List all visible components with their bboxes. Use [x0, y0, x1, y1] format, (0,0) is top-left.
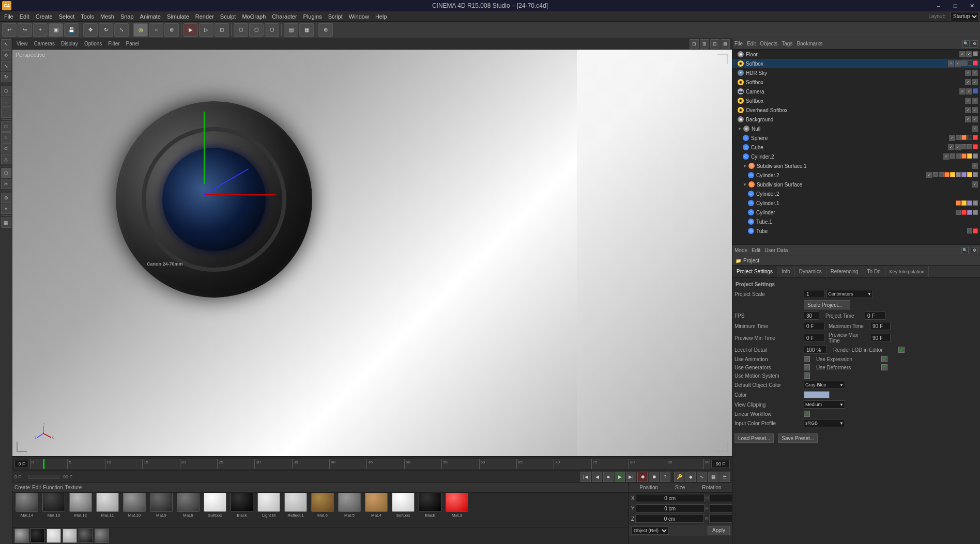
obj-subdiv-2[interactable]: ▼ ⬡ Subdivision Surface ✓: [732, 180, 980, 189]
select-tool-btn[interactable]: ↖: [1, 39, 11, 50]
obj-cylinder[interactable]: ⬭ Cylinder: [732, 208, 980, 217]
play-backward-btn[interactable]: ◀: [592, 472, 602, 482]
world-mode[interactable]: ⊕: [164, 23, 179, 37]
stop-btn[interactable]: ■: [603, 472, 614, 482]
obj-background[interactable]: ▣ Background ✓ ✓: [732, 115, 980, 124]
linear-wf-checkbox[interactable]: [804, 411, 810, 417]
sphere-tool-btn[interactable]: ○: [1, 132, 11, 143]
record-auto-btn[interactable]: ⏺: [649, 472, 659, 482]
mat-small-4[interactable]: [63, 529, 77, 543]
floor-render[interactable]: ✓: [966, 51, 972, 57]
cube-vis[interactable]: ✓: [948, 144, 954, 150]
attr-edit-tab[interactable]: Edit: [752, 247, 760, 253]
poly-tool-btn[interactable]: ⬡: [1, 86, 11, 96]
coords-pos-y[interactable]: [636, 504, 705, 512]
tab-todo[interactable]: To Do: [863, 266, 885, 278]
key-mode-btn[interactable]: ◆: [685, 472, 696, 482]
hs-vis[interactable]: ✓: [965, 70, 971, 76]
c2a-vis[interactable]: ✓: [943, 153, 950, 160]
timeline-start-field[interactable]: 0 F: [14, 460, 29, 468]
load-preset-button[interactable]: Load Preset...: [734, 433, 774, 443]
obj-cylinder-1[interactable]: ⬭ Cylinder.1: [732, 198, 980, 208]
timeline-end-field[interactable]: 90 F: [711, 460, 730, 468]
material-item[interactable]: Mat.9: [149, 493, 174, 527]
sd2-vis[interactable]: ✓: [972, 181, 978, 188]
menu-character[interactable]: Character: [269, 11, 300, 22]
timeline-scrub[interactable]: [28, 475, 59, 479]
scale-tool-btn[interactable]: ⤡: [1, 61, 11, 71]
obj-softbox-1[interactable]: ◉ Softbox ✓ ✓: [732, 59, 980, 68]
color-profile-select[interactable]: sRGB ▼: [804, 419, 845, 427]
om-edit-menu[interactable]: Edit: [747, 41, 756, 46]
object-mode[interactable]: ○: [149, 23, 163, 37]
knife-tool-btn[interactable]: ✂: [1, 179, 11, 189]
obj-tube[interactable]: ◎ Tube: [732, 226, 980, 236]
c2b-vis[interactable]: ✓: [926, 172, 932, 178]
layout-select[interactable]: Startup: [951, 12, 979, 21]
mat-create-menu[interactable]: Create: [14, 485, 30, 490]
material-item[interactable]: Light M: [256, 493, 281, 527]
project-scale-value[interactable]: 1: [804, 290, 824, 298]
object-mode-select[interactable]: Object (Rel) Object (Abs) World: [631, 526, 669, 535]
vp-icon-2[interactable]: ⊞: [700, 39, 709, 49]
attr-userdata-tab[interactable]: User Data: [764, 247, 788, 253]
save-preset-button[interactable]: Save Preset...: [778, 433, 818, 443]
attr-mode-tab[interactable]: Mode: [734, 247, 747, 253]
project-scale-unit[interactable]: Centimeters ▼: [826, 290, 873, 298]
subdiv1-expand[interactable]: ▼: [743, 164, 747, 168]
render-button[interactable]: ▶: [183, 23, 198, 37]
material-item[interactable]: Mat.13: [41, 493, 66, 527]
lod-value[interactable]: 100 %: [804, 346, 827, 354]
menu-simulate[interactable]: Simulate: [164, 11, 192, 22]
menu-animate[interactable]: Animate: [137, 11, 164, 22]
display-mode-2[interactable]: ⬡: [249, 23, 264, 37]
cube-render[interactable]: ✓: [955, 144, 961, 150]
s3-render[interactable]: ✓: [972, 98, 978, 104]
om-search-icon[interactable]: 🔍: [962, 40, 970, 48]
obj-tube-1[interactable]: ◎ Tube.1: [732, 217, 980, 226]
material-item[interactable]: Mat.8: [176, 493, 201, 527]
record-special-btn[interactable]: ?: [660, 472, 670, 482]
mat-edit-menu[interactable]: Edit: [32, 485, 41, 490]
render-lod-checkbox[interactable]: [898, 347, 905, 353]
mat-small-1[interactable]: [14, 529, 29, 543]
rotate-tool-btn[interactable]: ↻: [1, 72, 11, 82]
om-tags-menu[interactable]: Tags: [782, 41, 792, 46]
cam-vis[interactable]: ✓: [959, 88, 966, 95]
vp-panel-menu[interactable]: Panel: [124, 41, 142, 46]
motion-path-btn[interactable]: ∿: [697, 472, 707, 482]
new-button[interactable]: +: [33, 23, 48, 37]
obj-color-select[interactable]: Gray-Blue ▼: [804, 381, 845, 389]
scale-project-button[interactable]: Scale Project...: [804, 300, 850, 309]
record-btn[interactable]: ⏺: [637, 472, 648, 482]
vp-icon-3[interactable]: ⊟: [710, 39, 719, 49]
scale-tool[interactable]: ⤡: [114, 23, 129, 37]
material-item[interactable]: Reflect.1: [283, 493, 308, 527]
menu-sculpt[interactable]: Sculpt: [217, 11, 239, 22]
vp-filter-menu[interactable]: Filter: [106, 41, 121, 46]
use-motion-checkbox[interactable]: [804, 372, 810, 379]
material-item[interactable]: Mat.4: [364, 493, 389, 527]
play-forward-btn[interactable]: ▶: [615, 472, 625, 482]
obj-cylinder-2b[interactable]: ⬭ Cylinder.2 ✓: [732, 170, 980, 180]
mat-small-6[interactable]: [95, 529, 109, 543]
floor-vis[interactable]: ✓: [959, 51, 966, 57]
menu-script[interactable]: Script: [325, 11, 346, 22]
mat-small-3[interactable]: [47, 529, 61, 543]
s3-vis[interactable]: ✓: [965, 98, 971, 104]
menu-plugins[interactable]: Plugins: [300, 11, 325, 22]
tweak-tool-btn[interactable]: ⌖: [1, 204, 11, 214]
use-deform-checkbox[interactable]: [881, 364, 887, 370]
obj-sphere[interactable]: ○ Sphere ✓: [732, 133, 980, 143]
vp-options-menu[interactable]: Options: [82, 41, 104, 46]
save-button[interactable]: 💾: [64, 23, 79, 37]
display-mode-1[interactable]: ⬡: [234, 23, 248, 37]
material-item[interactable]: Mat.6: [310, 493, 335, 527]
s2-vis[interactable]: ✓: [965, 79, 971, 85]
viewport[interactable]: Perspective Canon 24-70mm: [12, 50, 732, 456]
subdiv2-expand[interactable]: ▼: [743, 182, 747, 187]
mat-function-menu[interactable]: Function: [43, 485, 63, 490]
obj-cylinder-2c[interactable]: ⬭ Cylinder.2: [732, 189, 980, 198]
model-mode[interactable]: ◎: [133, 23, 148, 37]
motion-clip-btn[interactable]: ▦: [708, 472, 718, 482]
